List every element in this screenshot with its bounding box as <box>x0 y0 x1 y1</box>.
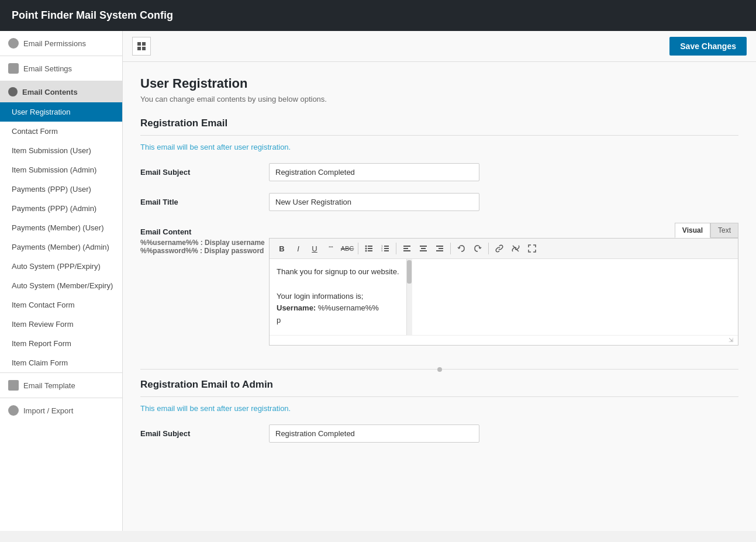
svg-rect-23 <box>439 248 443 249</box>
email-title-input[interactable] <box>269 193 479 211</box>
sidebar-item-item-claim-form[interactable]: Item Claim Form <box>0 353 122 372</box>
app-header: Point Finder Mail System Config <box>0 0 756 31</box>
blockquote-button[interactable]: ““ <box>323 241 339 256</box>
sidebar-item-payments-member-user[interactable]: Payments (Member) (User) <box>0 218 122 237</box>
ol-button[interactable]: 1.2.3. <box>378 241 393 256</box>
align-right-button[interactable] <box>432 241 447 256</box>
svg-rect-15 <box>384 250 389 251</box>
email-title-field <box>269 193 738 211</box>
align-center-button[interactable] <box>416 241 431 256</box>
svg-rect-2 <box>137 47 141 50</box>
toolbar-sep <box>396 243 396 254</box>
section-desc-registration: This email will be sent after user regis… <box>140 143 738 151</box>
tab-visual[interactable]: Visual <box>675 223 710 238</box>
sidebar-item-contact-form[interactable]: Contact Form <box>0 122 122 141</box>
toolbar-sep <box>358 243 358 254</box>
main-layout: Email Permissions Email Settings Email C… <box>0 31 756 531</box>
tab-text[interactable]: Text <box>710 223 738 238</box>
link-button[interactable] <box>492 241 507 256</box>
editor-tabs: Visual Text <box>269 223 738 238</box>
svg-rect-24 <box>436 250 443 251</box>
email-title-label: Email Title <box>140 193 269 206</box>
sidebar-item-payments-ppp-user[interactable]: Payments (PPP) (User) <box>0 179 122 199</box>
email-subject-label: Email Subject <box>140 163 269 177</box>
gear-icon <box>8 63 19 74</box>
help-line-1: %%username%% : Display username <box>140 239 269 247</box>
svg-rect-11 <box>384 246 389 247</box>
content-help: %%username%% : Display username %%passwo… <box>140 239 269 255</box>
sidebar-item-label: Email Template <box>23 381 75 390</box>
svg-point-8 <box>365 250 367 252</box>
align-left-button[interactable] <box>399 241 415 256</box>
fullscreen-button[interactable] <box>524 241 540 256</box>
sidebar-item-payments-ppp-admin[interactable]: Payments (PPP) (Admin) <box>0 199 122 218</box>
editor-wrap: Visual Text B I U ““ ABC <box>269 223 738 346</box>
sidebar-item-item-report-form[interactable]: Item Report Form <box>0 334 122 353</box>
page-title: User Registration <box>140 76 738 91</box>
save-button[interactable]: Save Changes <box>669 37 747 56</box>
form-row-email-title: Email Title <box>140 193 738 211</box>
svg-rect-18 <box>403 250 410 251</box>
underline-button[interactable]: U <box>307 241 322 256</box>
undo-button[interactable] <box>454 241 469 256</box>
email-subject-input[interactable] <box>269 163 479 181</box>
sidebar-item-label: Email Permissions <box>23 39 86 48</box>
unlink-button[interactable] <box>508 241 523 256</box>
toolbar-sep <box>488 243 489 254</box>
toolbar: Save Changes <box>123 31 756 62</box>
sidebar-item-label: Email Settings <box>23 64 72 73</box>
sidebar-item-auto-system-member[interactable]: Auto System (Member/Expiry) <box>0 276 122 295</box>
sidebar-item-item-submission-admin[interactable]: Item Submission (Admin) <box>0 160 122 179</box>
editor-scrollbar[interactable] <box>406 259 412 335</box>
svg-rect-7 <box>368 248 372 249</box>
resize-handle[interactable]: ⇲ <box>729 337 736 344</box>
svg-rect-9 <box>368 250 372 251</box>
ul-button[interactable] <box>361 241 377 256</box>
sidebar-item-email-template[interactable]: Email Template <box>0 373 122 398</box>
sidebar-item-email-settings[interactable]: Email Settings <box>0 56 122 81</box>
section-title-registration: Registration Email <box>140 118 738 136</box>
registration-email-admin-section: Registration Email to Admin This email w… <box>140 379 738 443</box>
svg-rect-20 <box>421 248 426 249</box>
scroll-dot <box>437 367 442 372</box>
form-row-email-subject: Email Subject <box>140 163 738 181</box>
sidebar-item-item-contact-form[interactable]: Item Contact Form <box>0 295 122 315</box>
sidebar-item-label: Import / Export <box>23 406 73 415</box>
content-area: User Registration You can change email c… <box>123 62 756 480</box>
sidebar-item-import-export[interactable]: Import / Export <box>0 398 122 423</box>
svg-point-6 <box>365 248 367 250</box>
scroll-indicator <box>140 369 738 370</box>
svg-rect-13 <box>384 248 389 249</box>
sidebar: Email Permissions Email Settings Email C… <box>0 31 123 531</box>
svg-point-4 <box>365 246 367 247</box>
sidebar-item-payments-member-admin[interactable]: Payments (Member) (Admin) <box>0 237 122 257</box>
redo-button[interactable] <box>470 241 485 256</box>
scrollbar-thumb <box>407 260 412 284</box>
sidebar-item-item-review-form[interactable]: Item Review Form <box>0 315 122 334</box>
content-icon <box>8 87 18 96</box>
italic-button[interactable]: I <box>291 241 306 256</box>
sidebar-item-auto-system-ppp[interactable]: Auto System (PPP/Expiry) <box>0 257 122 276</box>
grid-icon[interactable] <box>132 37 151 56</box>
circle-icon <box>8 38 19 49</box>
email-subject-admin-input[interactable] <box>269 424 479 443</box>
svg-rect-22 <box>436 246 443 247</box>
section-title-admin: Registration Email to Admin <box>140 379 738 397</box>
bold-button[interactable]: B <box>274 241 289 256</box>
editor-resize: ⇲ <box>270 335 738 345</box>
svg-rect-3 <box>142 47 146 50</box>
form-row-email-content: Email Content %%username%% : Display use… <box>140 223 738 346</box>
svg-rect-19 <box>420 246 427 247</box>
sidebar-item-user-registration[interactable]: User Registration <box>0 102 122 122</box>
svg-text:3.: 3. <box>381 249 383 252</box>
sidebar-group-label-text: Email Contents <box>22 88 78 96</box>
strikethrough-button[interactable]: ABC <box>340 241 355 256</box>
sidebar-group-email-contents[interactable]: Email Contents <box>0 81 122 102</box>
app-title: Point Finder Mail System Config <box>12 9 173 21</box>
toolbar-sep <box>450 243 451 254</box>
email-content-label: Email Content %%username%% : Display use… <box>140 223 269 255</box>
template-icon <box>8 380 19 391</box>
sidebar-item-email-permissions[interactable]: Email Permissions <box>0 31 122 56</box>
editor-body[interactable]: Thank you for signup to our website. You… <box>270 259 406 335</box>
sidebar-item-item-submission-user[interactable]: Item Submission (User) <box>0 141 122 160</box>
